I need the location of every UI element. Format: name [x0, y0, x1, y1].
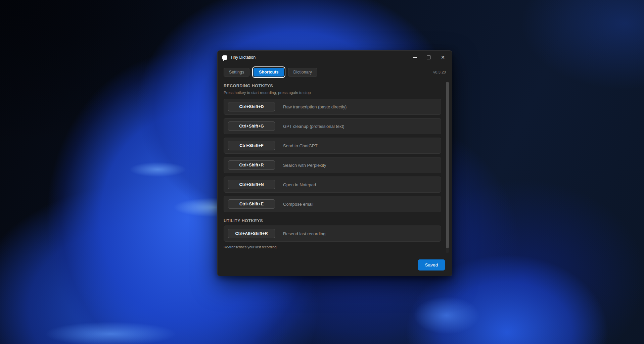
tab-shortcuts[interactable]: Shortcuts [254, 68, 284, 77]
scrollbar-thumb[interactable] [446, 82, 449, 248]
maximize-button[interactable] [422, 52, 436, 63]
close-button[interactable]: ✕ [436, 52, 450, 63]
section-heading-utility: UTILITY HOTKEYS [224, 218, 441, 223]
app-window: Tiny Dictation ✕ Settings Shortcuts Dict… [217, 50, 452, 276]
titlebar[interactable]: Tiny Dictation ✕ [218, 51, 452, 64]
hotkey-description: Open in Notepad [283, 182, 316, 187]
minimize-icon [413, 57, 417, 58]
hotkey-button[interactable]: Ctrl+Shift+E [228, 199, 275, 209]
hotkey-button[interactable]: Ctrl+Shift+D [228, 102, 275, 111]
hotkey-description: Send to ChatGPT [283, 143, 318, 148]
hotkey-row: Ctrl+Alt+Shift+R Resend last recording [224, 226, 441, 242]
version-label: v0.3.20 [433, 70, 446, 74]
hotkey-row: Ctrl+Shift+R Search with Perplexity [224, 157, 441, 173]
hotkey-button[interactable]: Ctrl+Shift+R [228, 160, 275, 170]
hotkey-button[interactable]: Ctrl+Shift+F [228, 141, 275, 150]
hotkey-row: Ctrl+Shift+E Compose email [224, 196, 441, 212]
hotkey-description: Resend last recording [283, 231, 325, 236]
tab-strip: Settings Shortcuts Dictionary v0.3.20 [218, 64, 452, 80]
hotkey-description: GPT cleanup (professional text) [283, 124, 344, 129]
hotkey-description: Compose email [283, 202, 313, 207]
hotkey-row: Ctrl+Shift+N Open in Notepad [224, 177, 441, 193]
section-heading-recording: RECORDING HOTKEYS [224, 84, 441, 88]
hotkey-description: Raw transcription (paste directly) [283, 104, 347, 109]
hotkey-description: Search with Perplexity [283, 163, 326, 168]
hotkey-row: Ctrl+Shift+G GPT cleanup (professional t… [224, 118, 441, 134]
minimize-button[interactable] [408, 52, 422, 63]
hotkey-button[interactable]: Ctrl+Shift+N [228, 180, 275, 189]
hotkey-row: Ctrl+Shift+F Send to ChatGPT [224, 138, 441, 154]
close-icon: ✕ [441, 55, 445, 60]
tab-dictionary[interactable]: Dictionary [288, 68, 318, 77]
hotkey-button[interactable]: Ctrl+Shift+G [228, 121, 275, 131]
section-subheading-recording: Press hotkey to start recording, press a… [224, 91, 441, 95]
maximize-icon [427, 55, 431, 59]
speech-bubble-icon [222, 55, 227, 60]
scrollbar-track[interactable] [446, 82, 449, 253]
hotkey-note: Re-transcribes your last recording [224, 245, 441, 249]
tab-settings[interactable]: Settings [224, 68, 249, 77]
desktop: { "window": { "title": "Tiny Dictation",… [0, 0, 644, 344]
save-button[interactable]: Saved [418, 259, 445, 271]
hotkey-row: Ctrl+Shift+D Raw transcription (paste di… [224, 99, 441, 115]
shortcuts-panel[interactable]: RECORDING HOTKEYS Press hotkey to start … [218, 80, 452, 254]
window-title: Tiny Dictation [230, 55, 256, 60]
hotkey-button[interactable]: Ctrl+Alt+Shift+R [228, 229, 275, 238]
footer: Saved [218, 254, 452, 276]
